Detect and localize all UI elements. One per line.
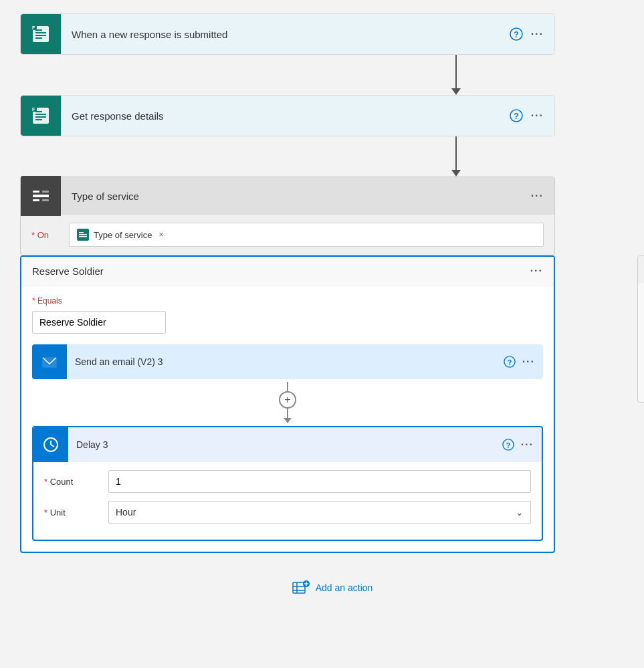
on-label: * On — [31, 230, 58, 240]
equals-label: * Equals — [32, 296, 543, 306]
delay3-block: Delay 3 ? ··· — [32, 426, 543, 541]
send-email-more-icon[interactable]: ··· — [522, 356, 535, 368]
svg-rect-11 — [35, 114, 46, 115]
step2-icon: F — [21, 96, 61, 136]
connector2 — [267, 136, 644, 177]
step-get-response: F Get response details ? ··· — [20, 95, 555, 136]
svg-rect-4 — [35, 37, 42, 39]
unit-label: * Unit — [44, 508, 98, 518]
switch-actions: ··· — [531, 190, 554, 202]
svg-rect-18 — [33, 195, 49, 197]
switch-body: * On Type of service × — [21, 215, 554, 255]
svg-text:?: ? — [507, 358, 512, 366]
switch-header: Type of service ··· — [21, 177, 554, 215]
step2-actions: ? ··· — [510, 109, 554, 122]
svg-rect-24 — [79, 232, 84, 233]
case-reserve-partial-header: Reserve — [638, 256, 644, 283]
svg-text:?: ? — [514, 112, 518, 121]
add-action-button[interactable]: Add an action — [281, 573, 384, 602]
unit-select-value: Hour — [116, 507, 136, 518]
delay3-more-icon[interactable]: ··· — [521, 439, 534, 451]
step2-more-icon[interactable]: ··· — [531, 110, 544, 122]
case-reserve-more-icon[interactable]: ··· — [530, 265, 543, 277]
svg-rect-2 — [35, 32, 46, 33]
token-field[interactable]: Type of service × — [69, 223, 544, 247]
send-email-action: Send an email (V2) 3 ? ··· — [32, 344, 543, 379]
add-connector-between: + — [32, 382, 543, 423]
add-between-btn[interactable]: + — [279, 391, 296, 409]
svg-rect-25 — [79, 234, 87, 235]
chevron-down-icon: ⌄ — [516, 507, 524, 518]
case-reserve-partial: Reserve — [637, 255, 644, 403]
svg-rect-21 — [42, 191, 49, 193]
send-email-actions: ? ··· — [504, 356, 543, 368]
step1-icon: F — [21, 14, 61, 54]
delay3-icon — [33, 427, 68, 462]
count-input[interactable] — [108, 470, 531, 493]
svg-rect-20 — [33, 199, 39, 201]
add-action-label: Add an action — [316, 582, 373, 593]
step1-help-icon[interactable]: ? — [510, 27, 523, 41]
delay3-actions: ? ··· — [502, 439, 542, 451]
svg-line-33 — [51, 445, 54, 447]
case-reserve-soldier-header: Reserve Soldier ··· — [21, 257, 554, 286]
case-reserve-soldier: Reserve Soldier ··· * Equals — [20, 255, 555, 553]
svg-rect-19 — [33, 191, 39, 193]
send-email-header: Send an email (V2) 3 ? ··· — [32, 344, 543, 379]
svg-text:F: F — [32, 25, 35, 30]
delay3-body: * Count * Unit Hour ⌄ — [33, 462, 542, 540]
delay3-header: Delay 3 ? ··· — [33, 427, 542, 462]
add-connector-line-bottom — [287, 409, 288, 418]
svg-rect-26 — [79, 236, 87, 237]
svg-rect-13 — [35, 119, 42, 120]
switch-icon — [21, 176, 61, 216]
connector2-line — [455, 136, 457, 170]
step1-title: When a new response is submitted — [61, 29, 510, 40]
case-reserve-soldier-title: Reserve Soldier — [32, 265, 530, 277]
step1-more-icon[interactable]: ··· — [531, 28, 544, 40]
send-email-icon — [32, 344, 67, 379]
switch-more-icon[interactable]: ··· — [531, 190, 544, 202]
connector2-arrow — [451, 170, 461, 177]
connector1-arrow — [451, 88, 461, 95]
case-reserve-soldier-body: * Equals Send an email (V2) — [21, 286, 554, 552]
unit-select[interactable]: Hour ⌄ — [108, 501, 531, 524]
step1-header: F When a new response is submitted ? ··· — [21, 14, 554, 54]
add-action-icon-container — [292, 578, 310, 597]
step2-help-icon[interactable]: ? — [510, 109, 523, 122]
add-connector-line-top — [287, 382, 288, 391]
svg-rect-3 — [35, 35, 46, 36]
switch-block: Type of service ··· * On Type of se — [20, 177, 555, 255]
svg-rect-22 — [42, 199, 49, 201]
svg-text:F: F — [32, 107, 35, 112]
switch-title: Type of service — [61, 191, 531, 202]
add-action-area: Add an action — [20, 573, 644, 623]
delay3-help-icon[interactable]: ? — [502, 439, 514, 451]
svg-text:?: ? — [506, 441, 510, 449]
connector1 — [267, 55, 644, 95]
step-when-response: F When a new response is submitted ? ··· — [20, 13, 555, 55]
svg-rect-12 — [35, 116, 46, 118]
token-chip: Type of service × — [76, 228, 163, 241]
add-connector-arrow — [284, 418, 292, 423]
step2-title: Get response details — [61, 110, 510, 122]
connector1-line — [455, 55, 457, 88]
delay3-title: Delay 3 — [68, 439, 502, 450]
unit-field-row: * Unit Hour ⌄ — [44, 501, 531, 524]
cases-section: Reserve Soldier ··· * Equals — [20, 255, 644, 553]
token-close-icon[interactable]: × — [158, 230, 163, 239]
svg-text:?: ? — [514, 30, 518, 39]
flow-canvas: F When a new response is submitted ? ··· — [0, 0, 644, 668]
step2-header: F Get response details ? ··· — [21, 96, 554, 136]
count-field-row: * Count — [44, 470, 531, 493]
count-label: * Count — [44, 477, 98, 487]
token-text: Type of service — [94, 230, 152, 240]
send-email-help-icon[interactable]: ? — [504, 356, 516, 368]
send-email-title: Send an email (V2) 3 — [67, 356, 504, 367]
add-plus-icon: + — [284, 394, 290, 406]
on-row: * On Type of service × — [31, 223, 544, 247]
step1-actions: ? ··· — [510, 27, 554, 41]
equals-input[interactable] — [32, 311, 166, 334]
